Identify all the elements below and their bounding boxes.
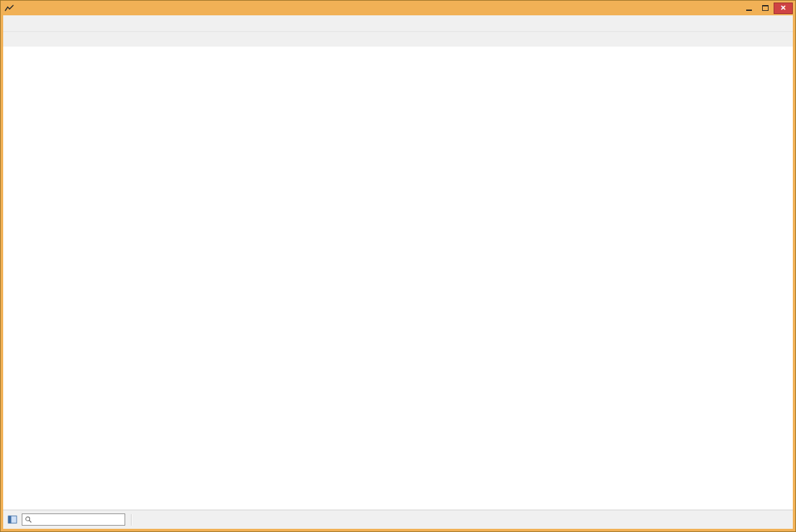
maximize-button[interactable] [757, 3, 774, 14]
maximize-icon [762, 5, 769, 11]
title-bar: ✕ [3, 1, 793, 15]
close-icon: ✕ [780, 4, 786, 12]
panel-icon [8, 515, 17, 524]
dock-panel-toggle-button[interactable] [7, 514, 18, 525]
app-icon [4, 4, 15, 13]
search-icon [25, 516, 32, 523]
search-box [22, 513, 125, 526]
client-area [3, 15, 793, 529]
menu-bar [3, 15, 793, 31]
minimize-icon [746, 10, 752, 11]
chart-svg [3, 47, 793, 510]
close-button[interactable]: ✕ [774, 3, 793, 14]
app-window: ✕ [0, 0, 796, 532]
minimize-button[interactable] [740, 3, 757, 14]
search-input[interactable] [34, 515, 122, 524]
status-separator [131, 514, 132, 526]
chart-area [3, 47, 793, 510]
toolbar [3, 31, 793, 47]
status-bar [3, 510, 793, 529]
window-controls: ✕ [740, 1, 793, 15]
